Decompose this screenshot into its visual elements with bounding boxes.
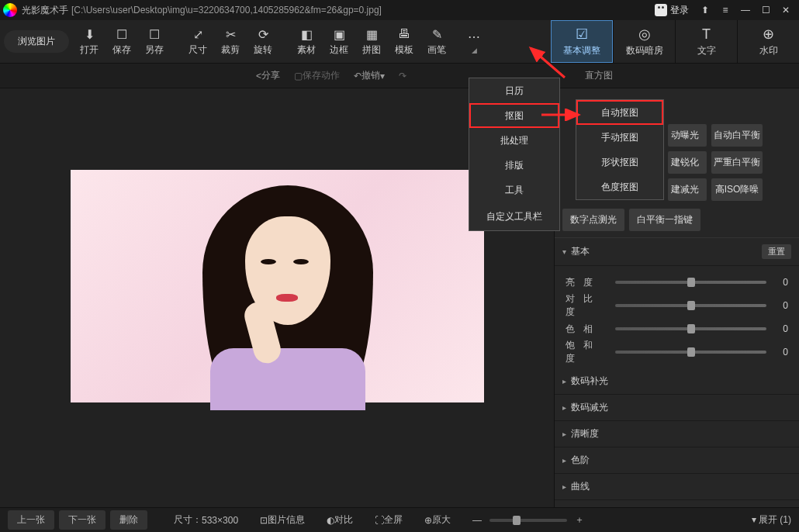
image-size-label: 尺寸：533×300	[174, 513, 238, 527]
sub-toolbar: < 分享 ▢ 保存动作 ↶ 撤销 ▾ ↷ 直方图	[0, 64, 799, 88]
login-button[interactable]: 登录	[655, 4, 689, 17]
delete-button[interactable]: 删除	[110, 510, 147, 530]
prev-image-button[interactable]: 上一张	[8, 510, 54, 530]
text-icon: T	[702, 26, 711, 43]
more-icon: ⋯	[468, 29, 480, 45]
record-icon: ▢	[294, 71, 303, 81]
tab-watermark[interactable]: ⊕水印	[737, 20, 799, 63]
main-toolbar: 浏览图片 ⬇打开 ☐保存 ☐另存 ⤢尺寸 ✂裁剪 ⟳旋转 ◧素材 ▣边框 ▦拼图…	[0, 20, 799, 64]
camera-icon: ◎	[638, 26, 651, 43]
next-image-button[interactable]: 下一张	[59, 510, 105, 530]
zoom-slider[interactable]	[489, 519, 567, 522]
annotation-arrow-1	[527, 45, 566, 79]
slider-contrast[interactable]: 对 比 度0	[566, 294, 788, 317]
save-action-button[interactable]: ▢ 保存动作	[294, 69, 340, 82]
material-icon: ◧	[301, 26, 313, 42]
sharpen-button[interactable]: 建锐化	[668, 151, 707, 174]
svg-line-0	[531, 48, 565, 78]
saveas-icon: ☐	[149, 26, 160, 42]
image-canvas	[71, 170, 484, 402]
more-dropdown: 日历 抠图 批处理 排版 工具 自定义工具栏	[469, 78, 560, 231]
skin-button[interactable]: ⬆	[695, 2, 715, 18]
file-path: [C:\Users\user\Desktop\img\u=3220634700,…	[71, 5, 382, 16]
tab-text[interactable]: T文字	[675, 20, 737, 63]
app-title: 光影魔术手	[22, 4, 68, 17]
tool-rotate[interactable]: ⟳旋转	[247, 20, 279, 63]
menu-calendar[interactable]: 日历	[469, 78, 559, 103]
menu-customize[interactable]: 自定义工具栏	[469, 202, 559, 230]
tab-darkroom[interactable]: ◎数码暗房	[613, 20, 675, 63]
tool-save[interactable]: ☐保存	[105, 20, 138, 63]
zoom-original-button[interactable]: ⊕ 原大	[424, 513, 451, 527]
basic-sliders: 亮 度0 对 比 度0 色 相0 饱 和 度0	[555, 266, 799, 368]
slider-brightness[interactable]: 亮 度0	[566, 271, 788, 294]
section-basic[interactable]: 基本 重置	[555, 238, 799, 266]
brush-icon: ✎	[432, 26, 442, 42]
section-reduce-light[interactable]: 数码减光	[555, 395, 799, 421]
redo-icon: ↷	[399, 71, 406, 81]
tool-brush[interactable]: ✎画笔	[420, 20, 453, 63]
compare-button[interactable]: ◐ 对比	[327, 513, 353, 527]
tab-group: ☑基本调整 ◎数码暗房 T文字 ⊕水印	[551, 20, 799, 63]
spot-meter-button[interactable]: 数字点测光	[562, 209, 624, 231]
cutout-submenu: 自动抠图 手动抠图 形状抠图 色度抠图	[576, 99, 664, 200]
share-icon: <	[256, 71, 261, 81]
tool-material[interactable]: ◧素材	[290, 20, 323, 63]
crop-icon: ✂	[226, 26, 236, 42]
main-area: 动曝光 自动白平衡 建锐化 严重白平衡 建减光 高ISO降噪 数字点测光 白平衡…	[0, 88, 799, 507]
border-icon: ▣	[334, 26, 345, 42]
tool-more[interactable]: ⋯◢	[453, 20, 495, 63]
minimize-button[interactable]: —	[735, 2, 756, 18]
meter-row: 数字点测光 白平衡一指键	[555, 209, 799, 237]
wb-onekey-button[interactable]: 白平衡一指键	[629, 209, 700, 231]
high-iso-button[interactable]: 高ISO降噪	[711, 178, 763, 201]
title-bar: 光影魔术手 [C:\Users\user\Desktop\img\u=32206…	[0, 0, 799, 20]
tool-collage[interactable]: ▦拼图	[355, 20, 388, 63]
open-icon: ⬇	[85, 26, 95, 42]
menu-layout[interactable]: 排版	[469, 153, 559, 178]
section-levels[interactable]: 色阶	[555, 447, 799, 474]
tool-border[interactable]: ▣边框	[323, 20, 355, 63]
section-fill-light[interactable]: 数码补光	[555, 368, 799, 395]
share-button[interactable]: < 分享	[256, 69, 280, 82]
face-icon	[655, 4, 667, 16]
reset-button[interactable]: 重置	[762, 244, 791, 259]
maximize-button[interactable]: ☐	[756, 2, 776, 18]
menu-tools[interactable]: 工具	[469, 178, 559, 202]
dropdown-arrow-icon: ◢	[472, 47, 477, 54]
menu-button[interactable]: ≡	[715, 2, 735, 18]
submenu-auto-cutout[interactable]: 自动抠图	[576, 100, 663, 125]
zoom-out-button[interactable]: —	[472, 515, 482, 526]
login-label: 登录	[670, 4, 689, 17]
menu-batch[interactable]: 批处理	[469, 128, 559, 153]
auto-exposure-button[interactable]: 动曝光	[668, 124, 707, 147]
submenu-manual-cutout[interactable]: 手动抠图	[576, 125, 663, 150]
slider-hue[interactable]: 色 相0	[566, 317, 788, 340]
reduce-light-button[interactable]: 建减光	[668, 178, 707, 201]
zoom-in-button[interactable]: ＋	[575, 513, 584, 527]
image-info-button[interactable]: ⊡ 图片信息	[260, 513, 305, 527]
fullscreen-button[interactable]: ⛶ 全屏	[375, 513, 403, 527]
submenu-shape-cutout[interactable]: 形状抠图	[576, 150, 663, 174]
collage-icon: ▦	[366, 26, 378, 42]
tool-template[interactable]: 🖶模板	[388, 20, 420, 63]
slider-saturation[interactable]: 饱 和 度0	[566, 340, 788, 364]
undo-button[interactable]: ↶ 撤销 ▾	[354, 69, 385, 82]
tool-open[interactable]: ⬇打开	[73, 20, 105, 63]
size-icon: ⤢	[193, 26, 203, 42]
basic-adjust-icon: ☑	[576, 26, 588, 43]
tool-saveas[interactable]: ☐另存	[138, 20, 171, 63]
expand-button[interactable]: ▾ 展开 (1)	[752, 513, 791, 527]
section-clarity[interactable]: 清晰度	[555, 421, 799, 447]
tool-crop[interactable]: ✂裁剪	[214, 20, 247, 63]
strong-whitebalance-button[interactable]: 严重白平衡	[711, 151, 763, 174]
bottom-bar: 上一张 下一张 删除 尺寸：533×300 ⊡ 图片信息 ◐ 对比 ⛶ 全屏 ⊕…	[0, 507, 799, 532]
undo-icon: ↶	[354, 71, 361, 81]
browse-button[interactable]: 浏览图片	[0, 20, 73, 63]
section-curves[interactable]: 曲线	[555, 474, 799, 500]
tool-size[interactable]: ⤢尺寸	[182, 20, 214, 63]
close-button[interactable]: ✕	[776, 2, 796, 18]
auto-whitebalance-button[interactable]: 自动白平衡	[711, 124, 763, 147]
redo-button[interactable]: ↷	[399, 71, 406, 81]
submenu-chroma-cutout[interactable]: 色度抠图	[576, 174, 663, 199]
